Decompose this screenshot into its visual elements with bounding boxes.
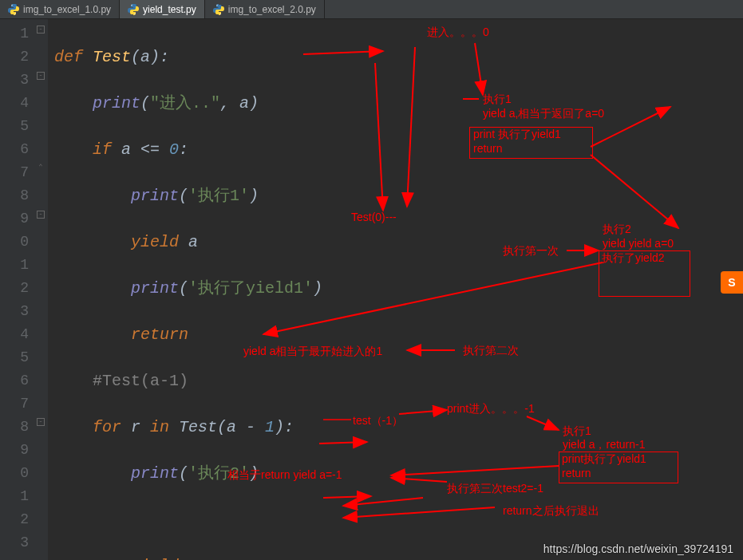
fold-marker[interactable]: -: [37, 72, 45, 80]
code-line: #Test(a-1): [54, 369, 743, 392]
line-number: 1: [0, 485, 29, 508]
line-number: 8: [0, 184, 29, 207]
tab-bar: img_to_excel_1.0.py yield_test.py img_to…: [0, 0, 743, 19]
tab-img-to-excel-2[interactable]: img_to_excel_2.0.py: [205, 0, 325, 18]
svg-point-5: [219, 13, 220, 14]
line-number: 0: [0, 462, 29, 485]
line-gutter: 1 2 3 4 5 6 7 8 9 0 1 2 3 4 5 6 7 8 9 0 …: [0, 19, 34, 560]
line-number: 2: [0, 508, 29, 531]
svg-point-3: [134, 13, 135, 14]
line-number: 7: [0, 161, 29, 184]
line-number: 1: [0, 22, 29, 45]
line-number: 2: [0, 277, 29, 300]
svg-point-4: [216, 4, 217, 5]
line-number: 3: [0, 69, 29, 92]
python-file-icon: [213, 4, 224, 15]
code-line: [54, 508, 743, 531]
code-line: print('执行了yield1'): [54, 277, 743, 300]
line-number: 2: [0, 45, 29, 69]
code-line: for r in Test(a - 1):: [54, 416, 743, 439]
tab-yield-test[interactable]: yield_test.py: [120, 0, 205, 18]
tab-label: img_to_excel_2.0.py: [228, 4, 316, 15]
python-file-icon: [8, 4, 19, 15]
editor: 1 2 3 4 5 6 7 8 9 0 1 2 3 4 5 6 7 8 9 0 …: [0, 19, 743, 560]
line-number: 7: [0, 392, 29, 416]
code-line: yield r: [54, 554, 743, 560]
line-number: 6: [0, 369, 29, 392]
python-file-icon: [128, 4, 139, 15]
fold-marker[interactable]: ⌃: [37, 164, 45, 172]
line-number: 4: [0, 323, 29, 346]
fold-marker[interactable]: -: [37, 418, 45, 426]
svg-point-2: [131, 4, 132, 5]
line-number: 1: [0, 254, 29, 277]
code-line: if a <= 0:: [54, 138, 743, 161]
fold-marker[interactable]: -: [37, 26, 45, 34]
tab-label: img_to_excel_1.0.py: [23, 4, 111, 15]
code-line: return: [54, 323, 743, 346]
tab-img-to-excel-1[interactable]: img_to_excel_1.0.py: [0, 0, 120, 18]
tab-label: yield_test.py: [143, 4, 196, 15]
svg-point-0: [11, 4, 12, 5]
fold-marker[interactable]: -: [37, 211, 45, 219]
code-line: print('执行1'): [54, 184, 743, 207]
line-number: 3: [0, 300, 29, 323]
line-number: 5: [0, 115, 29, 138]
code-line: print("进入..", a): [54, 92, 743, 115]
line-number: 6: [0, 138, 29, 161]
side-badge: S: [721, 271, 743, 294]
code-line: def Test(a):: [54, 45, 743, 69]
line-number: 9: [0, 439, 29, 462]
line-number: 5: [0, 346, 29, 369]
watermark-text: https://blog.csdn.net/weixin_39724191: [543, 542, 733, 555]
fold-gutter: - - ⌃ - -: [34, 19, 48, 560]
code-line: print('执行2'): [54, 462, 743, 485]
line-number: 0: [0, 231, 29, 254]
line-number: 3: [0, 531, 29, 554]
code-line: yield a: [54, 231, 743, 254]
line-number: 4: [0, 92, 29, 115]
line-number: 8: [0, 416, 29, 439]
line-number: 9: [0, 207, 29, 231]
code-area[interactable]: def Test(a): print("进入..", a) if a <= 0:…: [48, 19, 743, 560]
svg-point-1: [14, 13, 15, 14]
